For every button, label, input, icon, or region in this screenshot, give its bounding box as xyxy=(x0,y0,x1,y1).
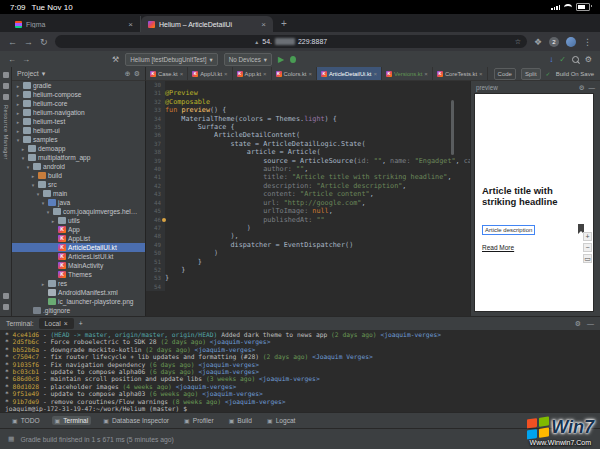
chevron-icon[interactable]: ▸ xyxy=(20,146,26,152)
chevron-icon[interactable]: ▸ xyxy=(15,128,21,134)
close-icon[interactable]: × xyxy=(64,320,68,327)
browser-menu-icon[interactable]: ⋮ xyxy=(583,37,592,47)
favorites-toolwindow-icon[interactable] xyxy=(3,304,9,310)
tree-item[interactable]: .gitignore xyxy=(12,306,145,315)
build-hammer-icon[interactable]: ⚒ xyxy=(112,55,119,64)
chevron-down-icon[interactable]: ▾ xyxy=(42,70,46,78)
chevron-icon[interactable]: ▾ xyxy=(45,209,51,215)
editor-tab[interactable]: KAppUi.kt× xyxy=(188,67,232,80)
toolwindow-button-build[interactable]: ▣Build xyxy=(226,416,255,425)
tree-item[interactable]: KThemes xyxy=(12,270,145,279)
terminal-prompt[interactable]: joaquim@ip-172-31-19-47:~/work/Helium (m… xyxy=(5,405,595,412)
run-icon[interactable]: ▶ xyxy=(278,55,284,64)
update-count-badge[interactable]: 2 xyxy=(549,37,559,47)
build-on-save-label[interactable]: Build On Save xyxy=(556,71,594,77)
chevron-icon[interactable]: ▸ xyxy=(15,92,21,98)
close-icon[interactable]: × xyxy=(263,71,267,77)
zoom-out-button[interactable]: − xyxy=(583,243,592,252)
toolwindow-button-todo[interactable]: ▣TODO xyxy=(9,416,43,425)
new-tab-button[interactable]: + xyxy=(273,18,295,29)
toolwindow-button-profiler[interactable]: ▣Profiler xyxy=(181,416,217,425)
chevron-icon[interactable]: ▸ xyxy=(15,101,21,107)
preview-minimize-icon[interactable]: — xyxy=(589,84,596,91)
back-icon[interactable]: ← xyxy=(8,37,17,47)
tree-item[interactable]: ▸res xyxy=(12,279,145,288)
chevron-icon[interactable]: ▸ xyxy=(30,173,36,179)
debug-icon[interactable] xyxy=(290,56,296,63)
panel-options-gear-icon[interactable]: ⚙ xyxy=(134,70,140,78)
terminal-tab-local[interactable]: Local × xyxy=(39,318,74,329)
profile-avatar[interactable] xyxy=(566,37,576,47)
pull-requests-toolwindow-icon[interactable] xyxy=(3,94,9,100)
preview-canvas[interactable]: Article title with striking headline Art… xyxy=(475,94,593,311)
new-terminal-tab-button[interactable]: + xyxy=(79,320,83,327)
tree-item[interactable]: KMainActivity xyxy=(12,261,145,270)
tree-item[interactable]: ▾main xyxy=(12,189,145,198)
tree-item[interactable]: ▸build xyxy=(12,171,145,180)
close-icon[interactable]: × xyxy=(180,71,184,77)
editor-scrollbar[interactable] xyxy=(451,100,454,155)
chevron-icon[interactable]: ▸ xyxy=(15,83,21,89)
close-icon[interactable]: × xyxy=(128,20,133,29)
code-editor[interactable]: 3031@Preview32@Composable33fun preview()… xyxy=(145,81,470,316)
extensions-puzzle-icon[interactable]: ❖ xyxy=(534,37,542,47)
chevron-icon[interactable]: ▸ xyxy=(15,119,21,125)
tree-item[interactable]: ▾com.joaquimverges.hel… xyxy=(12,207,145,216)
code-view-button[interactable]: Code xyxy=(494,68,516,80)
navigate-forward-icon[interactable]: → xyxy=(22,55,30,64)
git-update-icon[interactable]: ↓ xyxy=(549,55,553,64)
chevron-icon[interactable]: ▾ xyxy=(20,155,26,161)
tree-item[interactable]: KApp xyxy=(12,225,145,234)
tree-item[interactable]: ▾java xyxy=(12,198,145,207)
tree-item[interactable]: ▾multiplatform_app xyxy=(12,153,145,162)
commit-toolwindow-icon[interactable] xyxy=(3,83,9,89)
split-view-button[interactable]: Split xyxy=(521,68,541,80)
chevron-icon[interactable]: ▸ xyxy=(50,218,56,224)
tree-item[interactable]: ▸helium-test xyxy=(12,117,145,126)
chevron-icon[interactable]: ▾ xyxy=(35,191,41,197)
search-icon[interactable] xyxy=(572,56,579,63)
project-panel-header[interactable]: Project ▾ ⊕ ⚙ xyxy=(12,67,145,81)
tree-item[interactable]: ▸helium-compose xyxy=(12,90,145,99)
toolwindows-grid-icon[interactable]: ▦ xyxy=(8,435,14,443)
close-icon[interactable]: × xyxy=(424,71,428,77)
reload-icon[interactable]: ↻ xyxy=(40,37,48,47)
chevron-icon[interactable]: ▾ xyxy=(30,182,36,188)
zoom-in-button[interactable]: + xyxy=(583,232,592,241)
forward-icon[interactable]: → xyxy=(24,37,33,47)
lightbulb-icon[interactable] xyxy=(162,218,166,222)
close-icon[interactable]: × xyxy=(308,71,312,77)
chevron-icon[interactable]: ▸ xyxy=(15,110,21,116)
run-configuration-select[interactable]: Helium [testDebugUnitTest] ▾ xyxy=(125,53,217,66)
editor-tab[interactable]: KArticleDetailUi.kt× xyxy=(317,67,382,80)
zoom-fit-button[interactable]: ▭ xyxy=(583,254,592,263)
git-commit-icon[interactable]: ✓ xyxy=(559,55,566,64)
tree-item[interactable]: AndroidManifest.xml xyxy=(12,288,145,297)
tree-item[interactable]: ▸helium-core xyxy=(12,99,145,108)
editor-tab[interactable]: KCoreTests.kt× xyxy=(433,67,488,80)
terminal-minimize-icon[interactable]: — xyxy=(587,320,594,328)
tree-item[interactable]: ▾android xyxy=(12,162,145,171)
toolwindow-button-terminal[interactable]: ▣Terminal xyxy=(52,416,92,425)
editor-tab[interactable]: KColors.kt× xyxy=(272,67,317,80)
toolwindow-button-database-inspector[interactable]: ▣Database Inspector xyxy=(100,416,172,425)
close-icon[interactable]: × xyxy=(479,71,483,77)
terminal-gear-icon[interactable]: ⚙ xyxy=(575,320,581,328)
tree-item[interactable]: ▸helium-ui xyxy=(12,126,145,135)
bookmark-star-icon[interactable]: ☆ xyxy=(515,38,521,46)
build-variants-toolwindow-icon[interactable] xyxy=(3,293,9,299)
browser-tab-figma[interactable]: Figma × xyxy=(8,16,141,32)
preview-gear-icon[interactable]: ⚙ xyxy=(579,84,585,92)
close-icon[interactable]: × xyxy=(261,20,266,29)
project-toolwindow-icon[interactable] xyxy=(3,72,9,78)
tree-item[interactable]: ▾samples xyxy=(12,135,145,144)
tree-item[interactable]: ▸helium-navigation xyxy=(12,108,145,117)
tree-item[interactable]: KArticleDetailUI.kt xyxy=(12,243,145,252)
editor-tab[interactable]: KVersions.kt× xyxy=(382,67,433,80)
close-icon[interactable]: × xyxy=(224,71,228,77)
navigate-back-icon[interactable]: ← xyxy=(8,55,16,64)
toolwindow-button-logcat[interactable]: ▣Logcat xyxy=(264,416,298,425)
chevron-icon[interactable]: ▸ xyxy=(40,281,46,287)
terminal-output[interactable]: * 4ce41d6 - (HEAD -> master, origin/mast… xyxy=(0,330,600,412)
tree-item[interactable]: ▾src xyxy=(12,180,145,189)
